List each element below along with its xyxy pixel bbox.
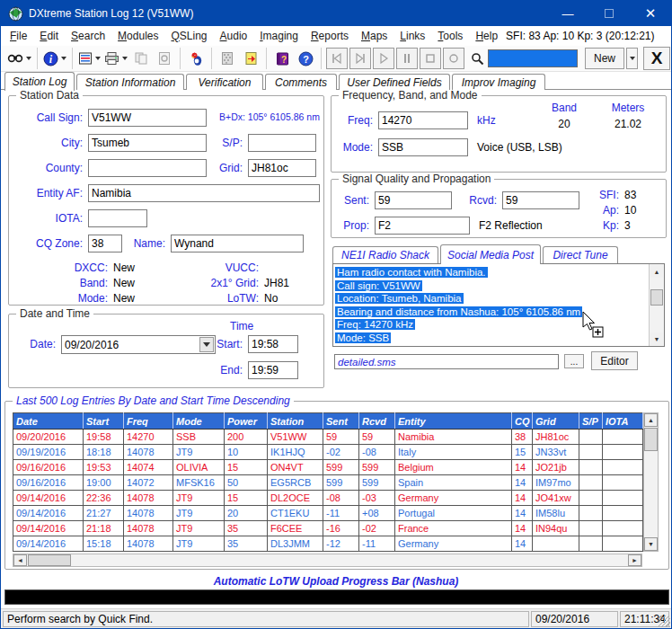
col-mode[interactable]: Mode bbox=[173, 413, 225, 430]
help-button[interactable]: ? bbox=[295, 48, 316, 69]
menu-file[interactable]: File bbox=[4, 28, 33, 44]
sent-input[interactable] bbox=[375, 191, 452, 209]
mode-label: Mode: bbox=[333, 141, 373, 154]
tab-station-information[interactable]: Station Information bbox=[76, 74, 184, 90]
call-sign-input[interactable] bbox=[88, 109, 207, 127]
table-row[interactable]: 09/14/201622:3614078JT915DL2OCE-08-03Ger… bbox=[13, 491, 643, 506]
maximize-button[interactable] bbox=[588, 1, 630, 26]
quick-find-input[interactable] bbox=[488, 49, 578, 67]
menu-help[interactable]: Help bbox=[469, 28, 504, 44]
find-button[interactable] bbox=[6, 48, 32, 69]
cq-zone-input[interactable] bbox=[88, 235, 122, 252]
scroll-down-icon[interactable]: ▼ bbox=[644, 537, 658, 551]
social-vertical-scrollbar[interactable]: ▲ ▼ bbox=[649, 264, 664, 346]
table-row[interactable]: 09/14/201621:1814078JT935F6CEE-16-02Fran… bbox=[13, 521, 643, 536]
sp-input[interactable] bbox=[248, 134, 316, 152]
log-list-dropdown-caret[interactable] bbox=[95, 57, 101, 60]
menu-search[interactable]: Search bbox=[65, 28, 111, 44]
scroll-thumb[interactable] bbox=[28, 554, 71, 566]
col-start[interactable]: Start bbox=[84, 413, 124, 430]
freq-input[interactable] bbox=[378, 111, 468, 129]
log-horizontal-scrollbar[interactable]: ◄ ► bbox=[13, 554, 642, 567]
tab-direct-tune[interactable]: Direct Tune bbox=[543, 246, 618, 263]
print-dropdown-caret[interactable] bbox=[122, 57, 128, 60]
lotw-progress-label: Automatic LoTW Upload Progress Bar (Nash… bbox=[1, 575, 671, 588]
menu-audio[interactable]: Audio bbox=[214, 28, 254, 44]
scroll-down-icon[interactable]: ▼ bbox=[650, 332, 663, 345]
iota-input[interactable] bbox=[88, 209, 147, 227]
city-input[interactable] bbox=[88, 134, 207, 152]
menu-links[interactable]: Links bbox=[393, 28, 431, 44]
col-sent[interactable]: Sent bbox=[323, 413, 359, 430]
col-date[interactable]: Date bbox=[13, 413, 84, 430]
scroll-thumb[interactable] bbox=[650, 289, 663, 306]
date-combo-input[interactable] bbox=[61, 335, 216, 354]
scroll-thumb[interactable] bbox=[644, 428, 658, 451]
new-dropdown-button[interactable] bbox=[626, 48, 638, 69]
exit-button[interactable] bbox=[240, 48, 261, 69]
log-list-button[interactable] bbox=[77, 48, 102, 69]
name-input[interactable] bbox=[171, 235, 304, 252]
tab-station-log[interactable]: Station Log bbox=[4, 72, 75, 91]
table-row[interactable]: 09/19/201618:1814078JT910IK1HJQ-02-08Ita… bbox=[13, 445, 643, 460]
dx-alert-button[interactable] bbox=[185, 48, 207, 69]
table-row[interactable]: 09/14/201615:1814078JT935DL3JMM-12-11Ger… bbox=[13, 536, 643, 552]
end-time-input[interactable] bbox=[248, 361, 298, 379]
scroll-up-icon[interactable]: ▲ bbox=[650, 265, 663, 278]
close-button[interactable]: ✕ bbox=[630, 1, 671, 26]
date-label: Date: bbox=[13, 338, 56, 350]
scroll-up-icon[interactable]: ▲ bbox=[644, 413, 658, 427]
tab-user-defined-fields[interactable]: User Defined Fields bbox=[339, 74, 450, 90]
menu-edit[interactable]: Edit bbox=[33, 28, 65, 44]
info-dropdown-caret[interactable] bbox=[61, 57, 66, 60]
tab-verification[interactable]: Verification bbox=[186, 74, 263, 90]
close-record-button[interactable]: X bbox=[643, 47, 670, 70]
start-time-input[interactable] bbox=[248, 335, 298, 353]
log-entries-group: Last 500 Log Entries By Date and Start T… bbox=[4, 401, 669, 570]
social-post-textarea[interactable]: Ham radio contact with Namibia. Call sig… bbox=[332, 263, 665, 347]
tab-improv-imaging[interactable]: Improv Imaging bbox=[452, 74, 545, 90]
table-row[interactable]: 09/14/201621:2714078JT920CT1EKU-11+08Por… bbox=[13, 506, 643, 521]
mode-input[interactable] bbox=[378, 138, 468, 156]
scroll-right-icon[interactable]: ► bbox=[628, 554, 641, 566]
col-rcvd[interactable]: Rcvd bbox=[359, 413, 395, 430]
table-row[interactable]: 09/16/201619:0014072MFSK1650EG5RCB599599… bbox=[13, 475, 643, 491]
browse-button[interactable]: ... bbox=[564, 354, 584, 368]
minimize-button[interactable]: — bbox=[547, 1, 588, 26]
entity-input[interactable] bbox=[88, 184, 320, 202]
col-freq[interactable]: Freq bbox=[124, 413, 173, 430]
col-station[interactable]: Station bbox=[268, 413, 323, 430]
menu-qsling[interactable]: QSLing bbox=[164, 28, 213, 44]
new-button[interactable]: New bbox=[585, 48, 624, 69]
tab-comments[interactable]: Comments bbox=[265, 74, 337, 90]
qsl-book-button[interactable]: ? bbox=[271, 48, 293, 69]
social-line: Call sign: V51WW bbox=[335, 279, 646, 293]
resize-grip[interactable] bbox=[659, 616, 670, 627]
info-button[interactable]: i bbox=[42, 48, 67, 69]
editor-button[interactable]: Editor bbox=[591, 351, 638, 370]
menu-tools[interactable]: Tools bbox=[431, 28, 469, 44]
col-grid[interactable]: Grid bbox=[533, 413, 579, 430]
menu-maps[interactable]: Maps bbox=[355, 28, 393, 44]
menu-imaging[interactable]: Imaging bbox=[253, 28, 305, 44]
scroll-left-icon[interactable]: ◄ bbox=[13, 554, 27, 566]
prop-input[interactable] bbox=[375, 217, 470, 235]
log-vertical-scrollbar[interactable]: ▲ ▼ bbox=[643, 412, 659, 552]
tab-social-media-post[interactable]: Social Media Post bbox=[440, 244, 541, 264]
col-sp[interactable]: S/P bbox=[579, 413, 603, 430]
menu-reports[interactable]: Reports bbox=[305, 28, 355, 44]
table-row[interactable]: 09/20/201619:5814270SSB200V51WW5959Namib… bbox=[13, 430, 643, 445]
col-entity[interactable]: Entity bbox=[395, 413, 512, 430]
print-button[interactable] bbox=[103, 48, 128, 69]
county-input[interactable] bbox=[88, 159, 207, 177]
table-row[interactable]: 09/16/201619:5314074OLIVIA15ON4VT599599B… bbox=[13, 460, 643, 475]
sms-file-field[interactable] bbox=[334, 354, 559, 369]
tab-ne1i-radio-shack[interactable]: NE1I Radio Shack bbox=[332, 246, 438, 263]
col-power[interactable]: Power bbox=[225, 413, 268, 430]
grid-input[interactable] bbox=[248, 159, 316, 177]
col-iota[interactable]: IOTA bbox=[603, 413, 643, 430]
rcvd-input[interactable] bbox=[502, 191, 579, 209]
menu-modules[interactable]: Modules bbox=[111, 28, 164, 44]
col-cq[interactable]: CQ bbox=[512, 413, 533, 430]
find-dropdown-caret[interactable] bbox=[26, 57, 31, 60]
